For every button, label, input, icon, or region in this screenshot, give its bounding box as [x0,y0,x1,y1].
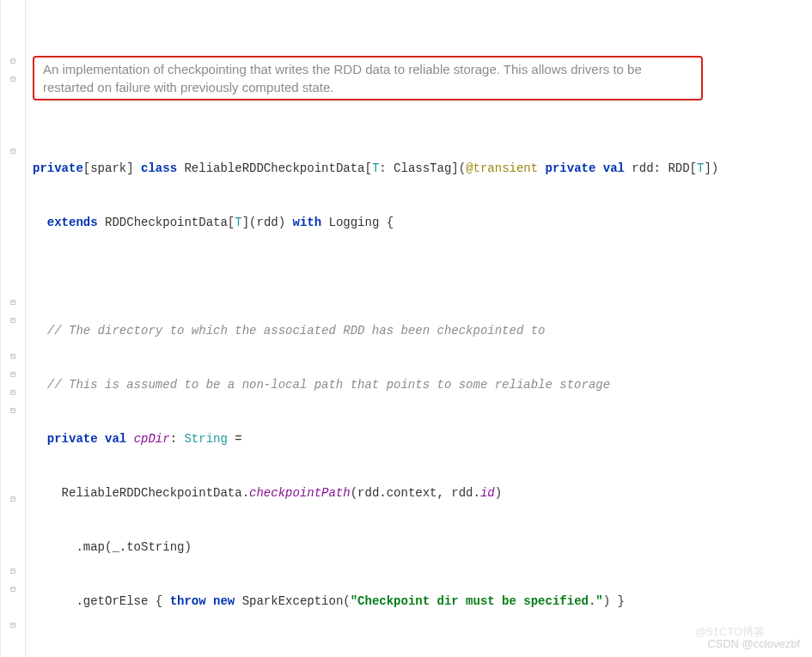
code-line: private[spark] class ReliableRDDCheckpoi… [33,160,812,178]
code-line: .map(_.toString) [33,538,812,557]
fold-icon[interactable]: ⊟ [10,145,15,158]
fold-icon[interactable]: ⊟ [10,405,15,417]
code-line: .getOrElse { throw new SparkException("C… [33,593,812,611]
class-doc-comment: An implementation of checkpointing that … [33,56,703,100]
code-line: private val cpDir: String = [33,430,812,448]
fold-icon[interactable]: ⊟ [10,73,15,86]
fold-icon[interactable]: ⊟ [10,314,15,327]
fold-icon[interactable]: ⊟ [10,368,15,381]
comment-line: // This is assumed to be a non-local pat… [33,376,812,394]
fold-icon[interactable]: ⊟ [10,493,15,506]
code-line: extends RDDCheckpointData[T](rdd) with L… [33,214,812,232]
code-line: ReliableRDDCheckpointData.checkpointPath… [33,484,812,502]
gutter: ⊟ ⊟ ⊟ ⊟ ⊟ ⊟ ⊟ ⊟ ⊟ ⊟ ⊟ ⊟ ⊟ [0,0,26,657]
fold-icon[interactable]: ⊟ [10,583,15,596]
code-content[interactable]: An implementation of checkpointing that … [26,0,812,657]
fold-icon[interactable]: ⊟ [10,350,15,363]
code-editor: ⊟ ⊟ ⊟ ⊟ ⊟ ⊟ ⊟ ⊟ ⊟ ⊟ ⊟ ⊟ ⊟ An implementat… [0,0,812,657]
fold-icon[interactable]: ⊟ [10,619,15,632]
comment-line: // The directory to which the associated… [33,322,812,340]
fold-icon[interactable]: ⊟ [10,55,15,68]
code-line [33,647,812,657]
fold-icon[interactable]: ⊟ [10,386,15,399]
code-line [33,268,812,286]
fold-icon[interactable]: ⊟ [10,296,15,309]
fold-icon[interactable]: ⊟ [10,565,15,578]
